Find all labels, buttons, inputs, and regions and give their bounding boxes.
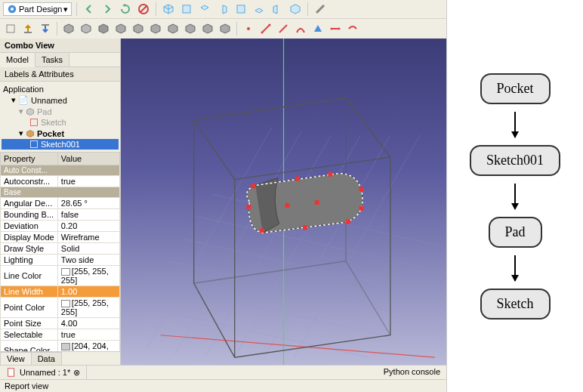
solid-icon[interactable] bbox=[183, 21, 198, 36]
line-icon[interactable] bbox=[276, 21, 291, 36]
prop-row[interactable]: Angular De...28.65 ° bbox=[1, 198, 120, 209]
prop-header-property: Property bbox=[1, 153, 58, 165]
svg-rect-5 bbox=[237, 5, 245, 13]
prop-row[interactable]: LightingTwo side bbox=[1, 255, 120, 266]
property-table: PropertyValue Auto Const... Autoconstr..… bbox=[0, 152, 120, 351]
prop-row[interactable]: Point Size4.00 bbox=[1, 318, 120, 329]
line-icon[interactable] bbox=[328, 21, 343, 36]
view-top-icon[interactable] bbox=[197, 2, 212, 17]
tree-application[interactable]: Application bbox=[2, 84, 119, 94]
workbench-bar: Part Design ▾ bbox=[0, 0, 446, 19]
prop-row[interactable]: Bounding B...false bbox=[1, 209, 120, 221]
svg-rect-33 bbox=[251, 184, 255, 188]
main-area: Combo View Model Tasks Labels & Attribut… bbox=[0, 39, 446, 365]
prop-cat-auto: Auto Const... bbox=[1, 165, 120, 176]
prop-row[interactable]: Deviation0.20 bbox=[1, 221, 120, 232]
prop-row[interactable]: Draw StyleSolid bbox=[1, 243, 120, 255]
3d-viewport[interactable] bbox=[121, 39, 446, 365]
measure-icon[interactable] bbox=[313, 2, 328, 17]
separator bbox=[57, 22, 57, 35]
view-right-icon[interactable] bbox=[215, 2, 230, 17]
prop-header-value: Value bbox=[57, 153, 119, 165]
prop-row[interactable]: Autoconstr...true bbox=[1, 176, 120, 187]
solid-icon[interactable] bbox=[79, 21, 94, 36]
tree-pocket[interactable]: ▾ Pocket bbox=[2, 128, 119, 139]
svg-rect-44 bbox=[8, 369, 14, 377]
prop-row-selected[interactable]: Line Width1.00 bbox=[1, 286, 120, 298]
prop-row[interactable]: Line Color[255, 255, 255] bbox=[1, 266, 120, 286]
separator bbox=[76, 2, 77, 16]
refresh-icon[interactable] bbox=[118, 2, 133, 17]
solid-icon[interactable] bbox=[200, 21, 215, 36]
svg-line-21 bbox=[168, 261, 397, 313]
svg-rect-34 bbox=[246, 205, 251, 209]
property-tabs: View Data bbox=[0, 351, 120, 365]
tree-pad[interactable]: ▾ Pad bbox=[2, 106, 119, 117]
app-window: Part Design ▾ bbox=[0, 0, 447, 392]
svg-line-28 bbox=[235, 135, 361, 358]
status-row: Unnamed : 1* ⊗ Python console bbox=[0, 365, 446, 379]
color-swatch bbox=[61, 343, 70, 350]
svg-rect-6 bbox=[7, 25, 14, 32]
svg-rect-18 bbox=[31, 141, 38, 148]
spacer bbox=[87, 366, 378, 379]
svg-line-3 bbox=[140, 6, 147, 12]
workbench-label: Part Design bbox=[19, 5, 62, 14]
combo-tabs: Model Tasks bbox=[0, 53, 120, 67]
solid-icon[interactable] bbox=[165, 21, 180, 36]
tab-view[interactable]: View bbox=[0, 352, 32, 365]
view-front-icon[interactable] bbox=[179, 2, 194, 17]
prop-row[interactable]: Display ModeWireframe bbox=[1, 232, 120, 243]
property-panel: PropertyValue Auto Const... Autoconstr..… bbox=[0, 152, 120, 351]
line-icon[interactable] bbox=[258, 21, 273, 36]
document-tab[interactable]: Unnamed : 1* ⊗ bbox=[0, 366, 87, 379]
nav-back-icon[interactable] bbox=[82, 2, 97, 17]
view-left-icon[interactable] bbox=[270, 2, 285, 17]
import-icon[interactable] bbox=[38, 21, 53, 36]
svg-rect-17 bbox=[31, 119, 38, 126]
svg-rect-4 bbox=[183, 5, 190, 13]
tree-sketch[interactable]: Sketch bbox=[2, 117, 119, 128]
prop-row[interactable]: Point Color[255, 255, 255] bbox=[1, 298, 120, 318]
solid-icon[interactable] bbox=[113, 21, 128, 36]
curve-icon[interactable] bbox=[293, 21, 308, 36]
node-sketch001: Sketch001 bbox=[470, 145, 560, 176]
view-iso-icon[interactable] bbox=[161, 2, 176, 17]
tab-tasks[interactable]: Tasks bbox=[35, 53, 69, 66]
export-icon[interactable] bbox=[20, 21, 35, 36]
prop-row[interactable]: Shape Color[204, 204, 204] bbox=[1, 341, 120, 351]
close-icon[interactable]: ⊗ bbox=[73, 368, 80, 378]
node-pocket: Pocket bbox=[480, 73, 551, 104]
toolbar-row-2 bbox=[0, 19, 446, 39]
svg-rect-42 bbox=[315, 200, 319, 205]
svg-rect-36 bbox=[295, 177, 300, 181]
solid-icon[interactable] bbox=[131, 21, 146, 36]
nav-fwd-icon[interactable] bbox=[100, 2, 115, 17]
combo-title: Combo View bbox=[0, 39, 120, 53]
view-rear-icon[interactable] bbox=[233, 2, 248, 17]
stop-icon[interactable] bbox=[136, 2, 151, 17]
tree-unnamed[interactable]: ▾ 📄 Unnamed bbox=[2, 94, 119, 106]
arrow-icon bbox=[514, 255, 516, 281]
node-pad: Pad bbox=[489, 217, 542, 248]
solid-icon[interactable] bbox=[217, 21, 233, 36]
solid-icon[interactable] bbox=[96, 21, 111, 36]
model-tree: Application ▾ 📄 Unnamed ▾ Pad Sketch ▾ P… bbox=[0, 82, 120, 152]
point-icon[interactable] bbox=[241, 21, 256, 36]
tree-sketch001[interactable]: Sketch001 bbox=[2, 139, 119, 150]
prop-row[interactable]: Selectabletrue bbox=[1, 329, 120, 341]
svg-line-32 bbox=[161, 335, 435, 357]
view-axo-icon[interactable] bbox=[288, 2, 303, 17]
tool-icon[interactable] bbox=[3, 21, 18, 36]
cone-icon[interactable] bbox=[310, 21, 325, 36]
tab-model[interactable]: Model bbox=[0, 53, 35, 67]
svg-line-13 bbox=[279, 25, 287, 32]
workbench-selector[interactable]: Part Design ▾ bbox=[3, 2, 72, 16]
view-bottom-icon[interactable] bbox=[251, 2, 267, 17]
curve-icon[interactable] bbox=[345, 21, 360, 36]
solid-icon[interactable] bbox=[61, 21, 76, 36]
arrow-icon bbox=[514, 112, 516, 137]
svg-rect-41 bbox=[359, 206, 364, 211]
solid-icon[interactable] bbox=[148, 21, 163, 36]
tab-data[interactable]: Data bbox=[31, 352, 62, 365]
